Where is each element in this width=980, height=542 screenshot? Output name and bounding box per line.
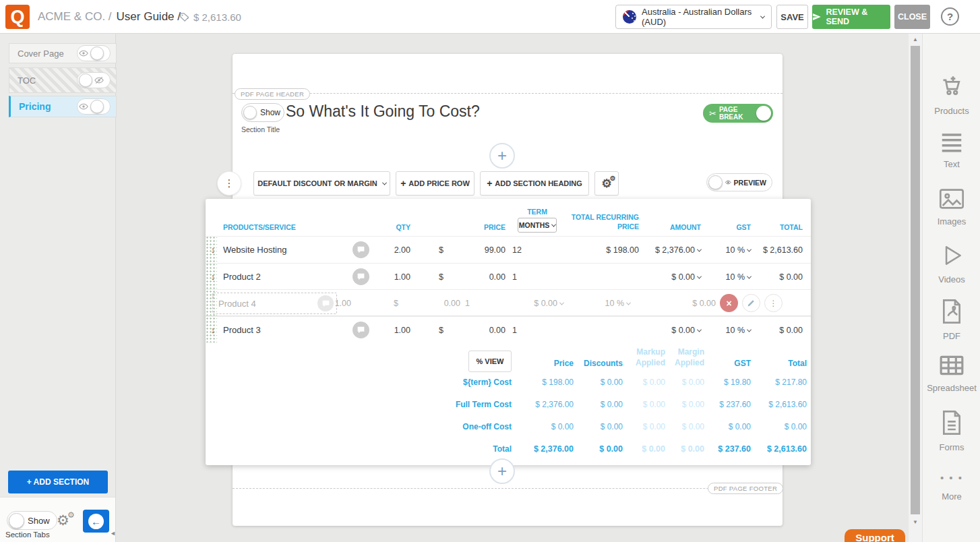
gst-dropdown[interactable]: 10 %	[726, 272, 752, 282]
review-send-button[interactable]: REVIEW & SEND	[812, 5, 890, 29]
scrollbar-thumb[interactable]	[911, 46, 920, 514]
product-name-editbox[interactable]: Product 4	[212, 293, 337, 314]
summary-col-price: Price	[512, 359, 574, 368]
default-discount-margin-button[interactable]: DEFAULT DISCOUNT OR MARGIN	[253, 171, 390, 195]
sidebar-item-toc[interactable]: TOC	[9, 67, 117, 93]
currency-cell: $	[394, 290, 398, 317]
visibility-toggle[interactable]	[77, 98, 111, 115]
eye-icon	[79, 49, 88, 58]
amount-dropdown[interactable]: $ 2,376.00	[655, 245, 701, 255]
scroll-left-icon[interactable]: ◄	[110, 530, 116, 537]
product-name-cell[interactable]: Website Hosting	[218, 245, 353, 255]
amount-dropdown[interactable]: $ 0.00	[671, 326, 701, 335]
toggle-knob	[243, 106, 257, 119]
add-content-below-button[interactable]: +	[489, 458, 515, 484]
back-arrow-icon: ←	[88, 514, 104, 529]
qty-cell[interactable]: 1.00	[373, 272, 410, 282]
drag-handle-icon[interactable]: ↕	[208, 272, 218, 282]
visibility-toggle[interactable]	[77, 45, 111, 61]
palette-item-spreadsheet[interactable]: Spreadsheet	[923, 354, 980, 393]
palette-item-products[interactable]: Products	[923, 73, 980, 116]
app-logo[interactable]: Q	[5, 5, 30, 29]
currency-selector[interactable]: Australia - Australian Dollars (AUD)	[615, 5, 772, 29]
pdf-page-header-label[interactable]: PDF PAGE HEADER	[235, 88, 310, 100]
currency-label: Australia - Australian Dollars (AUD)	[642, 7, 753, 27]
palette-item-forms[interactable]: Forms	[923, 409, 980, 452]
summary-row-one-off-cost: One-off Cost $ 0.00 $ 0.00 $ 0.00 $ 0.00…	[417, 415, 807, 438]
total-cell: $ 2,613.60	[751, 245, 803, 255]
save-button[interactable]: SAVE	[776, 5, 808, 29]
col-term: TERM	[518, 208, 557, 216]
row-options-menu-button[interactable]: ⋮	[217, 171, 241, 195]
support-button[interactable]: Support	[845, 529, 905, 542]
palette-item-pdf[interactable]: PDF	[923, 298, 980, 341]
price-cell[interactable]: 99.00	[448, 245, 506, 255]
total-cell: $ 0.00	[692, 290, 716, 317]
vertical-scrollbar[interactable]: ▲ ▼	[909, 34, 922, 542]
comment-bubble-icon[interactable]	[353, 268, 369, 285]
percent-view-button[interactable]: % VIEW	[468, 351, 512, 372]
page-break-toggle[interactable]: ✂ PAGE BREAK	[703, 104, 773, 123]
qty-cell[interactable]: 1.00	[335, 290, 351, 317]
add-price-row-button[interactable]: +ADD PRICE ROW	[396, 171, 474, 195]
term-unit-select[interactable]: MONTHS	[518, 218, 557, 233]
drag-handle-icon[interactable]: ↕	[208, 325, 218, 335]
top-bar: Q ACME & CO. / User Guide / $ 2,613.60 A…	[0, 0, 980, 34]
edit-row-button[interactable]	[742, 294, 760, 312]
drag-handle-icon[interactable]: ↕	[208, 245, 218, 255]
term-cell[interactable]: 1	[506, 326, 539, 335]
preview-toggle[interactable]: PREVIEW	[706, 173, 772, 191]
quote-total-amount: $ 2,613.60	[193, 11, 241, 23]
palette-item-images[interactable]: Images	[923, 187, 980, 227]
amount-dropdown[interactable]: $ 0.00	[671, 272, 701, 282]
page-title[interactable]: So What's It Going To Cost?	[286, 102, 480, 121]
section-title-show-toggle[interactable]: Show	[241, 103, 284, 122]
term-cell[interactable]: 1	[465, 290, 470, 317]
scissors-icon: ✂	[709, 109, 716, 119]
gst-dropdown[interactable]: 10 %	[726, 245, 752, 255]
row-more-options-button[interactable]: ⋮	[764, 294, 783, 312]
add-content-above-button[interactable]: +	[489, 143, 515, 169]
delete-row-button[interactable]: ×	[720, 294, 738, 312]
term-cell[interactable]: 12	[506, 245, 539, 255]
breadcrumb-document[interactable]: User Guide /	[117, 10, 181, 24]
sidebar-item-pricing[interactable]: Pricing	[9, 96, 117, 117]
palette-item-videos[interactable]: Videos	[923, 243, 980, 284]
palette-item-more[interactable]: • • • More	[923, 472, 980, 502]
price-cell[interactable]: 0.00	[444, 290, 460, 317]
gst-dropdown[interactable]: 10 %	[726, 326, 752, 335]
sidebar-item-cover-page[interactable]: Cover Page	[9, 43, 117, 63]
term-cell[interactable]: 1	[506, 272, 539, 282]
price-cell[interactable]: 0.00	[448, 272, 506, 282]
scroll-up-icon[interactable]: ▲	[909, 36, 922, 42]
qty-cell[interactable]: 2.00	[373, 245, 410, 255]
gst-dropdown[interactable]: 10 %	[605, 290, 631, 317]
col-products-service: PRODUCTS/SERVICE	[218, 223, 353, 231]
add-section-heading-button[interactable]: +ADD SECTION HEADING	[480, 171, 589, 195]
comment-bubble-icon[interactable]	[353, 322, 369, 338]
product-name-cell[interactable]: Product 3	[218, 325, 353, 335]
palette-item-text[interactable]: Text	[923, 131, 980, 169]
summary-col-margin-applied: MarginApplied	[665, 347, 704, 368]
close-button[interactable]: CLOSE	[894, 5, 930, 29]
help-icon[interactable]: ?	[941, 7, 959, 26]
breadcrumb-company[interactable]: ACME & CO. /	[38, 10, 112, 24]
breadcrumb: ACME & CO. / User Guide /	[38, 0, 181, 34]
price-row-website-hosting: ↕ Website Hosting 2.00 $ 99.00 12 $ 198.…	[206, 236, 811, 263]
product-name-cell[interactable]: Product 2	[218, 272, 353, 282]
section-tabs-toggle[interactable]: Show	[7, 511, 57, 530]
price-cell[interactable]: 0.00	[448, 326, 506, 335]
settings-gears-icon[interactable]: ⚙⚙	[57, 512, 69, 529]
section-tabs-label: Section Tabs	[5, 531, 50, 539]
pdf-page-footer-label[interactable]: PDF PAGE FOOTER	[708, 483, 783, 494]
col-price: PRICE	[448, 223, 506, 231]
qty-cell[interactable]: 1.00	[373, 326, 410, 335]
add-section-button[interactable]: + ADD SECTION	[8, 471, 108, 493]
comment-bubble-icon[interactable]	[317, 295, 334, 311]
table-settings-button[interactable]: ⚙⚙	[594, 171, 619, 195]
visibility-toggle[interactable]	[77, 72, 111, 88]
collapse-sidebar-button[interactable]: ←	[83, 510, 109, 533]
amount-dropdown[interactable]: $ 0.00	[534, 290, 563, 317]
scroll-down-icon[interactable]: ▼	[909, 519, 922, 525]
comment-bubble-icon[interactable]	[353, 241, 369, 258]
